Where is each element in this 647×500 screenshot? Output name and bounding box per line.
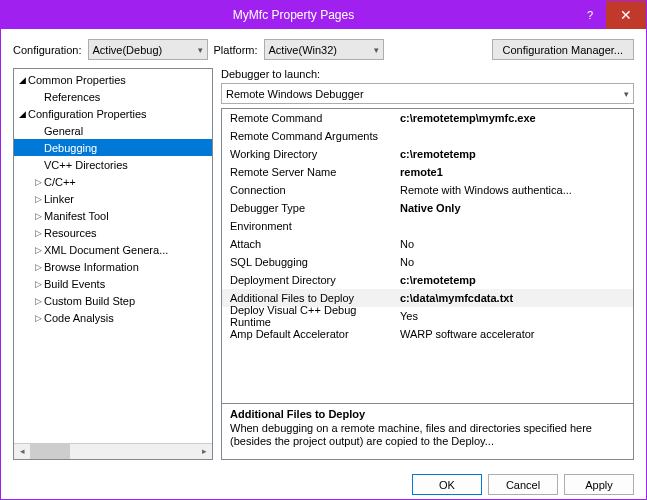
property-name: Debugger Type xyxy=(230,202,400,214)
platform-dropdown[interactable]: Active(Win32) ▾ xyxy=(264,39,384,60)
triangle-right-icon[interactable]: ▷ xyxy=(32,296,44,306)
cancel-button[interactable]: Cancel xyxy=(488,474,558,495)
tree-item-linker[interactable]: ▷Linker xyxy=(14,190,212,207)
debugger-launch-label: Debugger to launch: xyxy=(221,68,634,80)
property-row[interactable]: Remote Server Nameremote1 xyxy=(222,163,633,181)
property-value: c:\remotetemp\mymfc.exe xyxy=(400,112,633,124)
scroll-right-icon[interactable]: ▸ xyxy=(196,444,212,459)
tree-item-label: Manifest Tool xyxy=(44,210,109,222)
tree-item-code-analysis[interactable]: ▷Code Analysis xyxy=(14,309,212,326)
property-name: Connection xyxy=(230,184,400,196)
tree-item-browse-information[interactable]: ▷Browse Information xyxy=(14,258,212,275)
ok-button[interactable]: OK xyxy=(412,474,482,495)
property-value: No xyxy=(400,238,633,250)
property-value: c:\remotetemp xyxy=(400,148,633,160)
property-row[interactable]: AttachNo xyxy=(222,235,633,253)
property-value: Remote with Windows authentica... xyxy=(400,184,633,196)
triangle-right-icon[interactable]: ▷ xyxy=(32,194,44,204)
tree-item-common-properties[interactable]: ◢Common Properties xyxy=(14,71,212,88)
description-body: When debugging on a remote machine, file… xyxy=(230,422,625,448)
configuration-dropdown[interactable]: Active(Debug) ▾ xyxy=(88,39,208,60)
property-value: c:\data\mymfcdata.txt xyxy=(400,292,633,304)
tree-item-label: General xyxy=(44,125,83,137)
property-row[interactable]: Remote Commandc:\remotetemp\mymfc.exe xyxy=(222,109,633,127)
close-icon[interactable]: ✕ xyxy=(606,1,646,29)
property-description: Additional Files to Deploy When debuggin… xyxy=(222,403,633,459)
property-name: Remote Command Arguments xyxy=(230,130,400,142)
tree-item-label: Browse Information xyxy=(44,261,139,273)
tree-item-label: Build Events xyxy=(44,278,105,290)
triangle-right-icon[interactable]: ▷ xyxy=(32,228,44,238)
chevron-down-icon: ▾ xyxy=(374,45,379,55)
property-name: Working Directory xyxy=(230,148,400,160)
triangle-down-icon[interactable]: ◢ xyxy=(16,75,28,85)
tree-item-manifest-tool[interactable]: ▷Manifest Tool xyxy=(14,207,212,224)
property-row[interactable]: SQL DebuggingNo xyxy=(222,253,633,271)
chevron-down-icon: ▾ xyxy=(624,89,629,99)
property-value: Native Only xyxy=(400,202,633,214)
tree-item-resources[interactable]: ▷Resources xyxy=(14,224,212,241)
horizontal-scrollbar[interactable]: ◂ ▸ xyxy=(14,443,212,459)
configuration-label: Configuration: xyxy=(13,44,82,56)
tree-item-label: Resources xyxy=(44,227,97,239)
property-row[interactable]: Environment xyxy=(222,217,633,235)
dialog-buttons: OK Cancel Apply xyxy=(1,468,646,500)
property-row[interactable]: Debugger TypeNative Only xyxy=(222,199,633,217)
tree-item-label: References xyxy=(44,91,100,103)
tree-item-label: Configuration Properties xyxy=(28,108,147,120)
property-tree: ◢Common PropertiesReferences◢Configurati… xyxy=(13,68,213,460)
property-value: No xyxy=(400,256,633,268)
property-name: Amp Default Accelerator xyxy=(230,328,400,340)
property-value: WARP software accelerator xyxy=(400,328,633,340)
property-name: SQL Debugging xyxy=(230,256,400,268)
property-row[interactable]: Working Directoryc:\remotetemp xyxy=(222,145,633,163)
tree-item-vc-directories[interactable]: VC++ Directories xyxy=(14,156,212,173)
property-row[interactable]: Deploy Visual C++ Debug RuntimeYes xyxy=(222,307,633,325)
triangle-right-icon[interactable]: ▷ xyxy=(32,313,44,323)
platform-label: Platform: xyxy=(214,44,258,56)
window-title: MyMfc Property Pages xyxy=(9,8,578,22)
tree-item-xml-document-genera-[interactable]: ▷XML Document Genera... xyxy=(14,241,212,258)
property-grid: Remote Commandc:\remotetemp\mymfc.exeRem… xyxy=(221,108,634,460)
property-row[interactable]: ConnectionRemote with Windows authentica… xyxy=(222,181,633,199)
property-name: Additional Files to Deploy xyxy=(230,292,400,304)
scroll-left-icon[interactable]: ◂ xyxy=(14,444,30,459)
scroll-thumb[interactable] xyxy=(30,444,70,459)
config-row: Configuration: Active(Debug) ▾ Platform:… xyxy=(1,29,646,68)
property-row[interactable]: Deployment Directoryc:\remotetemp xyxy=(222,271,633,289)
configuration-manager-button[interactable]: Configuration Manager... xyxy=(492,39,634,60)
tree-item-c-c-[interactable]: ▷C/C++ xyxy=(14,173,212,190)
tree-item-label: Custom Build Step xyxy=(44,295,135,307)
tree-item-label: Debugging xyxy=(44,142,97,154)
triangle-right-icon[interactable]: ▷ xyxy=(32,245,44,255)
property-row[interactable]: Remote Command Arguments xyxy=(222,127,633,145)
tree-item-label: Code Analysis xyxy=(44,312,114,324)
tree-item-references[interactable]: References xyxy=(14,88,212,105)
triangle-right-icon[interactable]: ▷ xyxy=(32,279,44,289)
tree-item-label: Common Properties xyxy=(28,74,126,86)
tree-item-configuration-properties[interactable]: ◢Configuration Properties xyxy=(14,105,212,122)
triangle-down-icon[interactable]: ◢ xyxy=(16,109,28,119)
triangle-right-icon[interactable]: ▷ xyxy=(32,177,44,187)
triangle-right-icon[interactable]: ▷ xyxy=(32,262,44,272)
tree-item-build-events[interactable]: ▷Build Events xyxy=(14,275,212,292)
tree-item-custom-build-step[interactable]: ▷Custom Build Step xyxy=(14,292,212,309)
tree-item-label: Linker xyxy=(44,193,74,205)
debugger-launch-dropdown[interactable]: Remote Windows Debugger ▾ xyxy=(221,83,634,104)
property-value: c:\remotetemp xyxy=(400,274,633,286)
property-value: Yes xyxy=(400,310,633,322)
property-name: Deployment Directory xyxy=(230,274,400,286)
description-title: Additional Files to Deploy xyxy=(230,408,625,420)
tree-item-general[interactable]: General xyxy=(14,122,212,139)
titlebar: MyMfc Property Pages ? ✕ xyxy=(1,1,646,29)
property-name: Remote Server Name xyxy=(230,166,400,178)
triangle-right-icon[interactable]: ▷ xyxy=(32,211,44,221)
property-value: remote1 xyxy=(400,166,633,178)
tree-item-label: VC++ Directories xyxy=(44,159,128,171)
tree-item-debugging[interactable]: Debugging xyxy=(14,139,212,156)
property-name: Remote Command xyxy=(230,112,400,124)
help-icon[interactable]: ? xyxy=(578,9,602,21)
tree-item-label: C/C++ xyxy=(44,176,76,188)
property-row[interactable]: Amp Default AcceleratorWARP software acc… xyxy=(222,325,633,343)
apply-button[interactable]: Apply xyxy=(564,474,634,495)
